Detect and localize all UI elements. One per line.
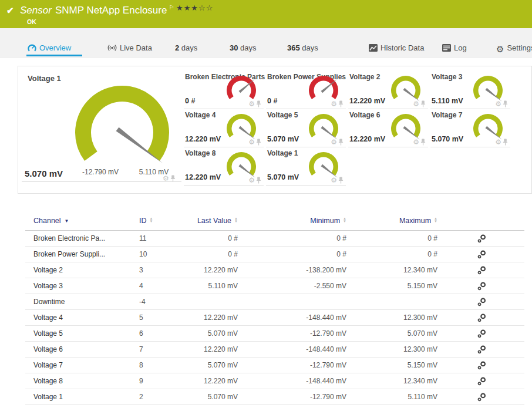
pin-icon[interactable] [420, 137, 426, 147]
pin-icon[interactable] [338, 176, 344, 186]
channel-settings-icon[interactable] [473, 266, 490, 277]
channel-name[interactable]: Voltage 4 [33, 310, 63, 326]
channel-name[interactable]: Downtime [33, 294, 65, 310]
channel-settings-icon[interactable] [473, 361, 490, 372]
column-header-last[interactable]: Last Value▲▼ [166, 211, 238, 231]
channel-name[interactable]: Voltage 6 [33, 342, 63, 358]
chart-icon [369, 44, 378, 53]
star-filled-icon[interactable]: ★ [176, 4, 184, 12]
gauge-cell-broken-power-supplies[interactable]: Broken Power Supplies0 #⚙ [266, 71, 346, 109]
gauge-value: 12.220 mV [185, 135, 221, 143]
channel-row-broken-electronic-pa-[interactable]: Broken Electronic Pa...110 #0 #0 # [25, 231, 524, 247]
gauge-cell-voltage-1[interactable]: Voltage 15.070 mV⚙ [266, 147, 346, 186]
gear-icon[interactable]: ⚙ [331, 100, 337, 108]
column-header-max[interactable]: Maximum▲▼ [354, 211, 437, 231]
channel-name[interactable]: Broken Electronic Pa... [33, 231, 105, 247]
tab-2-days[interactable]: 2 days [175, 43, 197, 58]
gauge-cell-voltage-8[interactable]: Voltage 812.220 mV⚙ [184, 147, 264, 186]
channel-row-voltage-8[interactable]: Voltage 8912.220 mV-148.440 mV12.340 mV [25, 373, 524, 389]
gear-icon[interactable]: ⚙ [413, 138, 419, 146]
channel-name[interactable]: Voltage 7 [33, 358, 63, 373]
star-filled-icon[interactable]: ★ [191, 4, 198, 12]
gear-icon[interactable]: ⚙ [413, 100, 419, 108]
pin-icon[interactable] [420, 99, 426, 109]
channel-row-voltage-3[interactable]: Voltage 345.110 mV-2.550 mV5.150 mV [25, 278, 524, 294]
last-value: 0 # [166, 247, 238, 262]
channel-row-downtime[interactable]: Downtime-4 [25, 294, 524, 310]
gear-icon[interactable]: ⚙ [331, 138, 337, 146]
gauge-value: 12.220 mV [349, 135, 385, 143]
gear-icon[interactable]: ⚙ [331, 176, 337, 184]
last-value: 12.220 mV [166, 262, 238, 278]
channel-settings-icon[interactable] [473, 345, 490, 356]
tab-settings[interactable]: ⚙Settings [496, 43, 532, 58]
gauge-cell-voltage-6[interactable]: Voltage 612.220 mV⚙ [348, 109, 428, 147]
channel-name[interactable]: Voltage 8 [33, 373, 63, 389]
column-label: Channel [33, 217, 61, 225]
gauge-cell-voltage-3[interactable]: Voltage 35.110 mV⚙ [430, 71, 510, 109]
minimum-value: -138.200 mV [263, 262, 346, 278]
channel-name[interactable]: Broken Power Suppli... [33, 247, 105, 262]
gear-icon[interactable]: ⚙ [495, 138, 501, 146]
channel-row-voltage-2[interactable]: Voltage 2312.220 mV-138.200 mV12.340 mV [25, 262, 524, 278]
pin-icon[interactable] [256, 137, 261, 147]
tab-live-data[interactable]: Live Data [107, 43, 152, 58]
primary-gauge-name: Voltage 1 [28, 74, 61, 83]
star-empty-icon[interactable]: ☆ [198, 4, 206, 12]
tab-30-days[interactable]: 30 days [230, 43, 257, 58]
table-body: Broken Electronic Pa...110 #0 #0 #Broken… [25, 231, 524, 405]
gauge-cell-broken-electronic-parts[interactable]: Broken Electronic Parts0 #⚙ [184, 71, 264, 109]
channel-row-voltage-7[interactable]: Voltage 785.070 mV-12.790 mV5.150 mV [25, 358, 524, 373]
priority-stars[interactable]: ★★★☆☆ [176, 4, 213, 12]
channel-row-voltage-4[interactable]: Voltage 4512.220 mV-148.440 mV12.300 mV [25, 310, 524, 326]
last-value: 0 # [166, 231, 238, 247]
channel-row-voltage-1[interactable]: Voltage 125.070 mV-12.790 mV5.110 mV [25, 389, 524, 405]
channel-name[interactable]: Voltage 3 [33, 278, 63, 294]
column-header-min[interactable]: Minimum▲▼ [263, 211, 346, 231]
maximum-value: 5.150 mV [354, 358, 437, 373]
tab-historic-data[interactable]: Historic Data [369, 43, 424, 58]
channel-name[interactable]: Voltage 5 [33, 326, 63, 342]
primary-gauge-dial[interactable] [63, 77, 181, 171]
star-filled-icon[interactable]: ★ [184, 4, 191, 12]
gauge-value: 5.110 mV [432, 97, 463, 105]
pin-icon[interactable] [503, 99, 508, 109]
star-empty-icon[interactable]: ☆ [206, 4, 214, 12]
channel-settings-icon[interactable] [473, 329, 490, 340]
channel-settings-icon[interactable] [473, 234, 490, 245]
channel-settings-icon[interactable] [473, 250, 490, 261]
minimum-value: -12.790 mV [263, 326, 346, 342]
gauge-actions: ⚙ [248, 99, 261, 110]
channel-name[interactable]: Voltage 2 [33, 262, 63, 278]
pin-icon[interactable] [256, 176, 261, 186]
gauge-cell-voltage-5[interactable]: Voltage 55.070 mV⚙ [266, 109, 346, 147]
channel-settings-icon[interactable] [473, 377, 490, 387]
tab-365-days[interactable]: 365 days [287, 43, 318, 58]
gauge-cell-voltage-7[interactable]: Voltage 75.070 mV⚙ [430, 109, 510, 147]
gauge-channel-name: Voltage 2 [349, 73, 380, 81]
tab-log[interactable]: Log [442, 43, 467, 58]
pin-icon[interactable] [170, 174, 176, 184]
maximum-value: 5.150 mV [354, 278, 437, 294]
pin-icon[interactable] [338, 99, 344, 109]
gear-icon[interactable]: ⚙ [248, 176, 255, 184]
gear-icon[interactable]: ⚙ [248, 138, 255, 146]
channel-row-voltage-6[interactable]: Voltage 6712.220 mV-148.440 mV12.300 mV [25, 342, 524, 358]
empty-gauge-cell [348, 147, 428, 186]
last-value: 5.070 mV [166, 389, 238, 405]
pin-icon[interactable] [256, 99, 261, 109]
gear-icon[interactable]: ⚙ [248, 100, 255, 108]
gauge-cell-voltage-2[interactable]: Voltage 212.220 mV⚙ [348, 71, 428, 109]
channel-row-broken-power-suppli-[interactable]: Broken Power Suppli...100 #0 #0 # [25, 247, 524, 262]
pin-icon[interactable] [338, 137, 344, 147]
channel-settings-icon[interactable] [473, 393, 490, 403]
gauge-cell-voltage-4[interactable]: Voltage 412.220 mV⚙ [184, 109, 264, 147]
channel-settings-icon[interactable] [473, 282, 490, 292]
gear-icon[interactable]: ⚙ [495, 100, 501, 108]
channel-settings-icon[interactable] [473, 298, 490, 308]
channel-name[interactable]: Voltage 1 [33, 389, 63, 405]
channel-row-voltage-5[interactable]: Voltage 565.070 mV-12.790 mV5.070 mV [25, 326, 524, 342]
channel-settings-icon[interactable] [473, 313, 490, 324]
pin-icon[interactable] [503, 137, 508, 147]
column-header-channel[interactable]: Channel▼ [33, 211, 69, 231]
